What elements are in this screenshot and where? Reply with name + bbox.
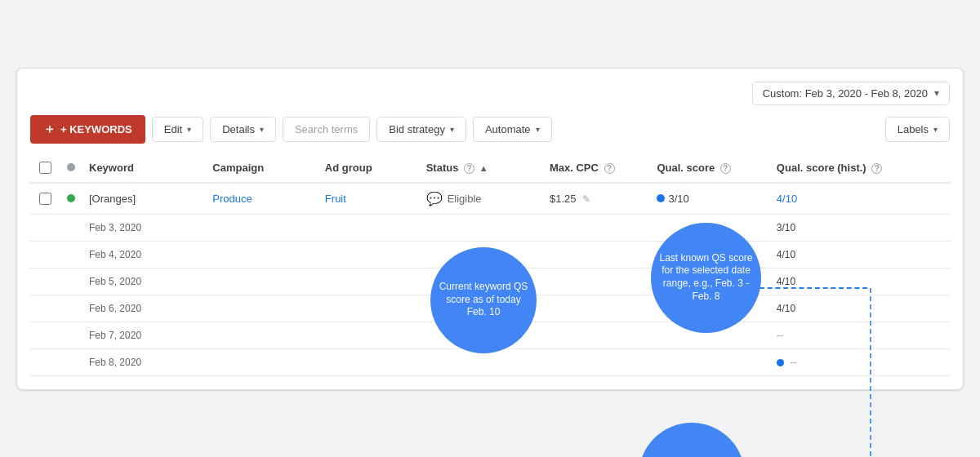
- maxcpc-value: $1.25: [550, 193, 577, 205]
- date-row-feb5: Feb 5, 2020 4/10: [30, 268, 950, 295]
- dr-camp-4: [206, 295, 318, 322]
- date-picker-button[interactable]: Custom: Feb 3, 2020 - Feb 8, 2020 ▾: [752, 82, 950, 105]
- dr-check-6: [30, 348, 60, 375]
- dr-hist-1: 3/10: [770, 214, 950, 241]
- qual-dot-icon: [657, 194, 665, 202]
- dr-cpc-2: [543, 241, 650, 268]
- qual-help-icon[interactable]: ?: [720, 163, 731, 174]
- qual-score-value: 3/10: [668, 193, 688, 205]
- col-header-qual: Qual. score ?: [650, 153, 769, 183]
- col-header-maxcpc: Max. CPC ?: [543, 153, 650, 183]
- main-container: Custom: Feb 3, 2020 - Feb 8, 2020 ▾ ＋ + …: [16, 68, 964, 390]
- dr-camp-6: [206, 348, 318, 375]
- keywords-label: + KEYWORDS: [60, 123, 132, 135]
- dr-ag-5: [318, 322, 420, 348]
- details-label: Details: [222, 123, 255, 135]
- qual-score-display: 3/10: [657, 193, 763, 205]
- dr-qual-1: [650, 214, 769, 241]
- details-button[interactable]: Details ▾: [210, 117, 276, 142]
- date-range-label: Custom: Feb 3, 2020 - Feb 8, 2020: [763, 87, 928, 100]
- row-checkbox-cell: [30, 183, 60, 215]
- date-label-3: Feb 5, 2020: [89, 276, 141, 287]
- automate-label: Automate: [485, 123, 531, 135]
- labels-label: Labels: [898, 123, 929, 135]
- search-terms-button[interactable]: Search terms: [283, 117, 370, 142]
- status-help-icon[interactable]: ?: [464, 163, 474, 174]
- dr-dot-1: [60, 214, 82, 241]
- campaign-link[interactable]: Produce: [212, 193, 252, 205]
- qualhist-help-icon[interactable]: ?: [871, 163, 882, 174]
- table-header-row: Keyword Campaign Ad group Status ? ▲ Max: [30, 153, 950, 183]
- dr-camp-2: [206, 241, 318, 268]
- dr-ag-2: [318, 241, 420, 268]
- dr-ag-6: [318, 348, 420, 375]
- dr-check-1: [30, 214, 60, 241]
- dr-dot-2: [60, 241, 82, 268]
- hist-val-2: 4/10: [777, 249, 795, 260]
- date-label-6: Feb 8, 2020: [89, 357, 141, 368]
- keywords-button[interactable]: ＋ + KEYWORDS: [30, 115, 145, 144]
- keyword-row-oranges: [Oranges] Produce Fruit 💬 Eligible: [30, 183, 950, 215]
- row-adgroup-cell: Fruit: [318, 183, 420, 215]
- edit-caret-icon: ▾: [187, 125, 191, 134]
- dr-date-2: Feb 4, 2020: [82, 241, 206, 268]
- status-sort-icon[interactable]: ▲: [479, 163, 488, 173]
- automate-button[interactable]: Automate ▾: [473, 117, 552, 142]
- col-campaign-label: Campaign: [212, 162, 264, 174]
- col-header-campaign: Campaign: [206, 153, 318, 183]
- col-adgroup-label: Ad group: [325, 162, 372, 174]
- col-qualhist-label: Qual. score (hist.): [777, 162, 866, 174]
- date-row-feb3: Feb 3, 2020 3/10: [30, 214, 950, 241]
- dr-camp-5: [206, 322, 318, 348]
- hist-val-6: --: [790, 357, 796, 368]
- status-display: 💬 Eligible: [426, 191, 537, 206]
- status-chat-icon: 💬: [426, 191, 443, 206]
- automate-caret-icon: ▾: [536, 125, 540, 134]
- dr-camp-1: [206, 214, 318, 241]
- dr-qual-6: [650, 348, 769, 375]
- hist-val-5: --: [777, 330, 783, 341]
- table-wrap: Keyword Campaign Ad group Status ? ▲ Max: [30, 153, 950, 376]
- edit-label: Edit: [164, 123, 182, 135]
- bid-strategy-caret-icon: ▾: [450, 125, 454, 134]
- maxcpc-edit-icon[interactable]: ✎: [582, 193, 590, 205]
- select-all-checkbox[interactable]: [39, 162, 51, 174]
- status-text: Eligible: [448, 193, 482, 205]
- col-header-checkbox: [30, 153, 60, 183]
- dr-qual-2: [650, 241, 769, 268]
- dr-date-6: Feb 8, 2020: [82, 348, 206, 375]
- col-header-qualhist: Qual. score (hist.) ?: [770, 153, 950, 183]
- dr-ag-4: [318, 295, 420, 322]
- row-maxcpc-cell: $1.25 ✎: [543, 183, 650, 215]
- dr-hist-5: --: [770, 322, 950, 348]
- toolbar: ＋ + KEYWORDS Edit ▾ Details ▾ Search ter…: [30, 115, 950, 153]
- dr-ag-3: [318, 268, 420, 295]
- bid-strategy-label: Bid strategy: [389, 123, 445, 135]
- col-qual-label: Qual. score: [657, 162, 715, 174]
- bid-strategy-button[interactable]: Bid strategy ▾: [376, 117, 466, 142]
- adgroup-link[interactable]: Fruit: [325, 193, 346, 205]
- dr-hist-3: 4/10: [770, 268, 950, 295]
- maxcpc-help-icon[interactable]: ?: [604, 163, 615, 174]
- dr-date-3: Feb 5, 2020: [82, 268, 206, 295]
- dr-qual-4: [650, 295, 769, 322]
- edit-button[interactable]: Edit ▾: [152, 117, 203, 142]
- dr-status-1: [420, 214, 543, 241]
- col-header-status: Status ? ▲: [420, 153, 543, 183]
- labels-button[interactable]: Labels ▾: [885, 117, 950, 142]
- dr-date-4: Feb 6, 2020: [82, 295, 206, 322]
- qualhist-value: 4/10: [777, 193, 797, 205]
- row-qual-cell: 3/10: [650, 183, 769, 215]
- dr-check-5: [30, 322, 60, 348]
- dr-hist-6: --: [770, 348, 950, 375]
- col-keyword-label: Keyword: [89, 162, 134, 174]
- dr-hist-4: 4/10: [770, 295, 950, 322]
- row-checkbox[interactable]: [39, 193, 51, 205]
- dr-qual-3: [650, 268, 769, 295]
- row-dot-cell: [60, 183, 82, 215]
- dr-cpc-4: [543, 295, 650, 322]
- date-label-4: Feb 6, 2020: [89, 303, 141, 314]
- keywords-table: Keyword Campaign Ad group Status ? ▲ Max: [30, 153, 950, 376]
- date-row-feb7: Feb 7, 2020 --: [30, 322, 950, 348]
- dr-status-2: [420, 241, 543, 268]
